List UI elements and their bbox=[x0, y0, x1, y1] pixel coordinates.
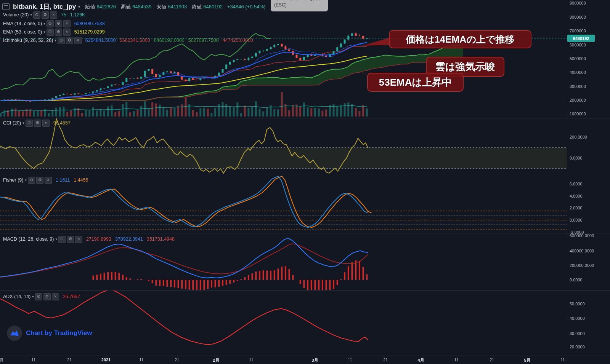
time-axis[interactable]: 月1121202111212月113月11214月11215月11 bbox=[0, 356, 610, 364]
eye-icon[interactable]: ⊙ bbox=[47, 29, 54, 36]
fisher-axis-tick: 4.0000 bbox=[570, 194, 583, 198]
chevron-down-icon[interactable]: ▾ bbox=[30, 13, 32, 17]
ohlc-value: 6411903 bbox=[168, 4, 187, 10]
indicator-row-ema53: EMA (53, close, 0)▾⊙⚙×5151279.0299 bbox=[3, 29, 105, 35]
time-axis-label: 11 bbox=[560, 358, 565, 362]
chevron-down-icon[interactable]: ▾ bbox=[43, 22, 45, 26]
gear-icon[interactable]: ⚙ bbox=[55, 20, 62, 27]
time-axis-label: 21 bbox=[490, 358, 494, 362]
indicator-label-ema53[interactable]: EMA (53, close, 0) bbox=[3, 29, 42, 35]
close-icon[interactable]: × bbox=[74, 37, 82, 44]
adx-axis-tick: 50.0000 bbox=[570, 302, 585, 306]
annotation-callout-0[interactable]: 価格は14EMAの上で推移 bbox=[389, 30, 531, 48]
price-axis-tick: 9000000 bbox=[570, 1, 586, 5]
close-icon[interactable]: × bbox=[50, 11, 57, 19]
indicator-value: 6254841.5000 bbox=[85, 38, 116, 43]
gear-icon[interactable]: ⚙ bbox=[34, 120, 41, 127]
indicator-value: 96.4557 bbox=[53, 120, 71, 126]
eye-icon[interactable]: ⊙ bbox=[28, 177, 35, 184]
price-axis[interactable]: 6460192 90000008000000700000060000005000… bbox=[567, 0, 610, 356]
fisher-axis-tick: 0.0000 bbox=[570, 218, 583, 222]
indicator-value: 25.7657 bbox=[63, 294, 80, 299]
close-icon[interactable]: × bbox=[52, 293, 59, 300]
ohlc-label: 始値 bbox=[85, 4, 95, 10]
gear-icon[interactable]: ⚙ bbox=[43, 293, 51, 300]
indicator-value: 5027087.7500 bbox=[188, 38, 219, 43]
indicator-label-fisher[interactable]: Fisher (9) bbox=[3, 177, 23, 183]
macd-axis-tick: 0.0000 bbox=[570, 278, 583, 282]
close-icon[interactable]: × bbox=[63, 20, 71, 27]
indicator-value: 1.4455 bbox=[74, 177, 88, 183]
indicator-value: 6460192.0000 bbox=[154, 38, 185, 43]
indicator-value: 1.126K bbox=[70, 12, 85, 18]
indicator-label-adx[interactable]: ADX (14, 14) bbox=[3, 294, 30, 299]
macd-axis-tick: 600000.0000 bbox=[570, 233, 594, 238]
ohlc-label: 高値 bbox=[121, 4, 131, 10]
close-icon[interactable]: × bbox=[45, 177, 52, 184]
indicator-label-macd[interactable]: MACD (12, 26, close, 9) bbox=[3, 236, 54, 242]
time-axis-label: 11 bbox=[454, 358, 458, 362]
gear-icon[interactable]: ⚙ bbox=[42, 11, 49, 19]
price-axis-tick: 6000000 bbox=[570, 43, 586, 47]
price-axis-tick: 4000000 bbox=[570, 70, 586, 75]
cci-axis-tick: 0.0000 bbox=[570, 156, 583, 160]
chevron-down-icon[interactable]: ▾ bbox=[55, 38, 56, 42]
adx-axis-tick: 40.0000 bbox=[570, 316, 585, 321]
indicator-label-cci[interactable]: CCI (20) bbox=[3, 120, 21, 126]
chevron-down-icon[interactable]: ▾ bbox=[43, 30, 45, 34]
indicator-row-volume: Volume (20)▾⊙⚙×751.126K bbox=[3, 11, 85, 18]
eye-icon[interactable]: ⊙ bbox=[26, 120, 33, 127]
eye-icon[interactable]: ⊙ bbox=[47, 20, 54, 27]
time-axis-label: 21 bbox=[175, 358, 179, 362]
time-axis-label: 11 bbox=[249, 358, 253, 362]
eye-icon[interactable]: ⊙ bbox=[58, 37, 65, 44]
menu-icon[interactable] bbox=[2, 3, 10, 10]
fisher-axis-tick: 2.0000 bbox=[570, 206, 583, 210]
tradingview-logo-icon bbox=[7, 326, 22, 341]
eye-icon[interactable]: ⊙ bbox=[35, 293, 42, 300]
gear-icon[interactable]: ⚙ bbox=[36, 177, 43, 184]
time-axis-label: 3月 bbox=[311, 358, 318, 363]
ohlc-value: 6422626 bbox=[96, 4, 116, 10]
indicator-row-cci: CCI (20)▾⊙⚙×96.4557 bbox=[3, 120, 71, 126]
close-icon[interactable]: × bbox=[63, 29, 71, 36]
indicator-label-ema14[interactable]: EMA (14, close, 0) bbox=[3, 21, 42, 26]
close-icon[interactable]: × bbox=[42, 120, 50, 127]
gear-icon[interactable]: ⚙ bbox=[67, 236, 74, 243]
time-axis-label: 11 bbox=[348, 358, 352, 362]
indicator-value: 5151279.0299 bbox=[74, 29, 105, 35]
chart-canvas[interactable] bbox=[0, 0, 610, 364]
eye-icon[interactable]: ⊙ bbox=[58, 236, 66, 243]
tradingview-attribution[interactable]: Chart by TradingView bbox=[7, 326, 92, 341]
price-axis-tick: 7000000 bbox=[570, 29, 586, 33]
indicator-value: 1.1611 bbox=[56, 177, 70, 183]
cci-axis-tick: 200.0000 bbox=[570, 135, 587, 139]
fisher-axis-tick: 6.0000 bbox=[570, 182, 583, 186]
time-axis-label: 11 bbox=[31, 358, 35, 362]
price-axis-tick: 5000000 bbox=[570, 56, 586, 61]
indicator-value: 5662341.5000 bbox=[120, 38, 150, 43]
chevron-down-icon[interactable]: ▾ bbox=[25, 178, 27, 182]
indicator-label-volume[interactable]: Volume (20) bbox=[3, 12, 29, 18]
fullscreen-exit-tooltip: フルスクリーンを終了 (ESC) bbox=[271, 0, 328, 11]
indicator-row-ichimoku: Ichimoku (9, 26, 52, 26)▾⊙⚙×6254841.5000… bbox=[3, 37, 253, 44]
macd-axis-tick: 400000.0000 bbox=[570, 249, 594, 253]
eye-icon[interactable]: ⊙ bbox=[33, 11, 40, 19]
close-icon[interactable]: × bbox=[75, 236, 82, 243]
chevron-down-icon[interactable]: ▾ bbox=[22, 121, 24, 125]
annotation-callout-2[interactable]: 53EMAは上昇中 bbox=[367, 73, 464, 92]
gear-icon[interactable]: ⚙ bbox=[66, 37, 73, 44]
chevron-down-icon[interactable]: ▾ bbox=[32, 295, 34, 299]
gear-icon[interactable]: ⚙ bbox=[55, 29, 62, 36]
indicator-value: 75 bbox=[61, 12, 66, 18]
indicator-value: 351731.4948 bbox=[147, 236, 175, 242]
price-change: +34846 (+0.54%) bbox=[227, 4, 265, 10]
chevron-down-icon[interactable]: ▾ bbox=[55, 237, 57, 241]
time-axis-label: 月 bbox=[0, 358, 4, 363]
indicator-label-ichimoku[interactable]: Ichimoku (9, 26, 52, 26) bbox=[3, 38, 53, 43]
time-axis-label: 2月 bbox=[213, 358, 219, 363]
macd-axis-tick: 200000.0000 bbox=[570, 263, 594, 268]
ohlc-value: 6484539 bbox=[132, 4, 152, 10]
symbol-title[interactable]: bitbank, 1日, btc_jpy bbox=[13, 2, 76, 11]
indicator-row-ema14: EMA (14, close, 0)▾⊙⚙×6080480.7538 bbox=[3, 20, 105, 27]
